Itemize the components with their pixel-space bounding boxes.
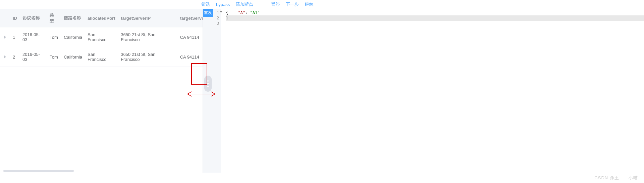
col-p[interactable]: targetServerP (177, 9, 203, 27)
col-port[interactable]: allocatedPort (85, 9, 118, 27)
filter-link[interactable]: 筛选 (201, 1, 210, 7)
scrollbar-thumb[interactable] (3, 170, 74, 172)
splitter-drag-handle[interactable] (204, 76, 212, 92)
cell-ip: 3650 21st St, San Francisco (118, 47, 177, 67)
main-split: ID 协议名称 类型 链路名称 allocatedPort targetServ… (0, 9, 644, 173)
table-row[interactable]: 1 2016-05-03 Tom California San Francisc… (0, 27, 203, 47)
line-number: 1 (217, 10, 219, 15)
col-protocol[interactable]: 协议名称 (20, 9, 47, 27)
editor-content[interactable]: { "A": "A1" } (221, 9, 644, 173)
cell-id: 2 (10, 47, 20, 67)
cell-link: California (61, 47, 85, 67)
line-number: 2 (217, 15, 219, 21)
add-breakpoint-link[interactable]: 添加断点 (236, 1, 253, 7)
code-key: "A" (238, 10, 245, 15)
code-brace: } (226, 16, 228, 20)
col-link[interactable]: 链路名称 (61, 9, 85, 27)
col-id[interactable]: ID (10, 9, 20, 27)
cell-port: San Francisco (85, 47, 118, 67)
expand-toggle[interactable] (0, 27, 10, 47)
col-type[interactable]: 类型 (47, 9, 61, 27)
fold-icon[interactable] (220, 11, 222, 13)
code-colon: : (245, 10, 250, 15)
splitter-panel: 重发 (203, 9, 213, 173)
line-number: 3 (217, 21, 219, 26)
watermark: CSDN @王——小喵 (594, 175, 638, 181)
table-row[interactable]: 2 2016-05-03 Tom California San Francisc… (0, 47, 203, 67)
chevron-right-icon (4, 35, 6, 39)
table-header-row: ID 协议名称 类型 链路名称 allocatedPort targetServ… (0, 9, 203, 27)
col-expand (0, 9, 10, 27)
toolbar-separator (262, 2, 262, 7)
chevron-right-icon (4, 55, 6, 59)
editor-gutter: 1 2 3 (213, 9, 221, 173)
continue-link[interactable]: 继续 (305, 1, 314, 7)
resend-button[interactable]: 重发 (203, 9, 213, 17)
code-brace: { (226, 10, 228, 15)
horizontal-scrollbar[interactable] (3, 169, 195, 173)
pause-link[interactable]: 暂停 (271, 1, 280, 7)
next-step-link[interactable]: 下一步 (286, 1, 299, 7)
json-editor[interactable]: 1 2 3 { "A": "A1" } (213, 9, 644, 173)
expand-toggle[interactable] (0, 47, 10, 67)
code-string: "A1" (250, 10, 260, 15)
cell-type: Tom (47, 27, 61, 47)
cell-type: Tom (47, 47, 61, 67)
cell-link: California (61, 27, 85, 47)
cell-p: CA 94114 (177, 47, 203, 67)
cell-port: San Francisco (85, 27, 118, 47)
debug-toolbar: 筛选 bypass 添加断点 暂停 下一步 继续 (0, 0, 644, 9)
col-ip[interactable]: targetServerIP (118, 9, 177, 27)
request-table-panel: ID 协议名称 类型 链路名称 allocatedPort targetServ… (0, 9, 203, 173)
bypass-link[interactable]: bypass (216, 2, 230, 7)
cell-p: CA 94114 (177, 27, 203, 47)
request-table: ID 协议名称 类型 链路名称 allocatedPort targetServ… (0, 9, 203, 67)
cell-protocol: 2016-05-03 (20, 27, 47, 47)
cell-id: 1 (10, 27, 20, 47)
cell-ip: 3650 21st St, San Francisco (118, 27, 177, 47)
cell-protocol: 2016-05-03 (20, 47, 47, 67)
